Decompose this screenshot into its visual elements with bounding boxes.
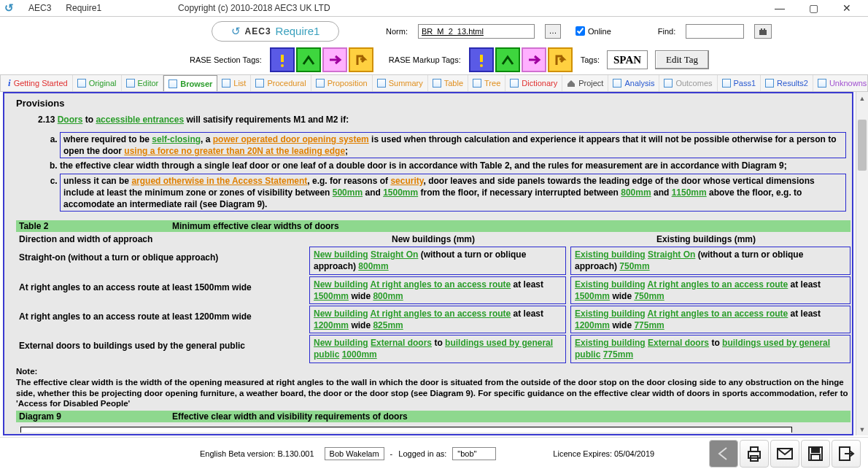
- tags-current-value[interactable]: SPAN: [607, 50, 648, 69]
- tab-outcomes[interactable]: Outcomes: [659, 75, 717, 91]
- link-approach[interactable]: Straight On: [371, 249, 418, 260]
- link-approach[interactable]: Straight On: [648, 249, 695, 260]
- document-icon: [222, 79, 230, 88]
- tab-analysis[interactable]: Analysis: [608, 75, 659, 91]
- link-clear-width[interactable]: 800mm: [358, 261, 388, 271]
- link-building-type[interactable]: New building: [314, 249, 368, 260]
- close-button[interactable]: ✕: [830, 0, 864, 16]
- link-clear-width[interactable]: 1000mm: [342, 349, 377, 360]
- scroll-up-arrow[interactable]: ▲: [856, 92, 868, 104]
- link-building-type[interactable]: New building: [314, 309, 368, 319]
- online-checkbox-input[interactable]: [576, 26, 585, 36]
- tab-dictionary[interactable]: Dictionary: [505, 75, 562, 91]
- link-argued-access-statement[interactable]: argued otherwise in the Access Statement: [131, 176, 307, 186]
- link-clear-width[interactable]: 775mm: [634, 320, 664, 330]
- link-building-type[interactable]: New building: [314, 279, 368, 290]
- minimize-button[interactable]: —: [763, 0, 797, 16]
- document-icon: [765, 79, 774, 88]
- document-icon: [818, 79, 826, 88]
- tab-getting-started[interactable]: iGetting Started: [4, 75, 73, 91]
- sb-print-button[interactable]: [740, 440, 769, 468]
- tab-proposition[interactable]: Proposition: [311, 75, 373, 91]
- online-checkbox[interactable]: Online: [576, 26, 611, 36]
- norm-label: Norm:: [386, 27, 408, 36]
- tab-project[interactable]: Project: [562, 75, 608, 91]
- tab-original[interactable]: Original: [73, 75, 122, 91]
- author-box: Bob Wakelam: [325, 447, 384, 460]
- link-route-width[interactable]: 1500mm: [314, 291, 349, 301]
- scroll-down-arrow[interactable]: ▼: [856, 423, 868, 435]
- edit-tag-button[interactable]: Edit Tag: [655, 50, 709, 69]
- norm-browse-button[interactable]: …: [545, 24, 561, 39]
- link-security[interactable]: security: [390, 176, 423, 186]
- sb-mail-button[interactable]: [770, 440, 799, 468]
- link-1500mm[interactable]: 1500mm: [383, 187, 418, 198]
- markup-tag-exception-button[interactable]: [548, 47, 573, 72]
- tab-browser[interactable]: Browser: [163, 75, 217, 91]
- markup-tag-requirement-button[interactable]: [469, 47, 494, 72]
- link-500mm[interactable]: 500mm: [333, 187, 363, 198]
- tab-procedural[interactable]: Procedural: [251, 75, 311, 91]
- link-clear-width[interactable]: 750mm: [634, 291, 664, 301]
- note-body: The effective clear width is the width o…: [16, 377, 850, 410]
- tab-editor[interactable]: Editor: [122, 75, 164, 91]
- link-approach[interactable]: At right angles to an access route: [371, 279, 511, 290]
- link-self-closing[interactable]: self-closing: [152, 134, 201, 144]
- link-route-width[interactable]: 1200mm: [575, 320, 610, 330]
- find-button[interactable]: [754, 24, 772, 39]
- maximize-button[interactable]: ▢: [797, 0, 830, 16]
- tab-table[interactable]: Table: [428, 75, 468, 91]
- link-accessible-entrances[interactable]: accessible entrances: [96, 115, 184, 125]
- tab-label: List: [233, 79, 246, 88]
- document-icon: [168, 80, 177, 88]
- link-building-type[interactable]: Existing building: [575, 338, 646, 348]
- link-doors[interactable]: Doors: [58, 115, 83, 125]
- tab-unknowns[interactable]: Unknowns: [813, 75, 868, 91]
- link-approach[interactable]: At right angles to an access route: [648, 309, 788, 319]
- link-1150mm[interactable]: 1150mm: [672, 187, 707, 198]
- link-force-20n[interactable]: using a force no greater than 20N at the…: [124, 146, 345, 156]
- sb-export-button[interactable]: [832, 440, 861, 468]
- section-tag-application-button[interactable]: [296, 47, 321, 72]
- section-tag-requirement-button[interactable]: [270, 47, 295, 72]
- link-clear-width[interactable]: 750mm: [619, 261, 649, 271]
- link-approach[interactable]: External doors: [371, 338, 432, 348]
- link-approach[interactable]: At right angles to an access route: [371, 309, 511, 319]
- link-building-type[interactable]: Existing building: [575, 279, 646, 290]
- find-input[interactable]: [686, 24, 744, 39]
- link-800mm[interactable]: 800mm: [621, 187, 651, 198]
- link-clear-width[interactable]: 775mm: [603, 349, 633, 360]
- section-tag-selection-button[interactable]: [322, 47, 347, 72]
- sb-save-button[interactable]: [801, 440, 830, 468]
- section-tag-exception-button[interactable]: [349, 47, 373, 72]
- table-cell-existing: Existing building At right angles to an …: [570, 276, 850, 304]
- link-clear-width[interactable]: 800mm: [373, 291, 403, 301]
- logo-require1: Require1: [276, 25, 320, 37]
- link-building-type[interactable]: Existing building: [575, 309, 646, 319]
- link-route-width[interactable]: 1200mm: [314, 320, 349, 330]
- link-approach[interactable]: External doors: [648, 338, 709, 348]
- tab-list[interactable]: List: [217, 75, 251, 91]
- document-icon: [377, 79, 386, 88]
- link-route-width[interactable]: 1500mm: [575, 291, 610, 301]
- link-building-type[interactable]: New building: [314, 338, 368, 348]
- markup-tag-selection-button[interactable]: [522, 47, 546, 72]
- norm-input[interactable]: [418, 24, 535, 39]
- sb-back-button[interactable]: [709, 440, 738, 468]
- link-approach[interactable]: At right angles to an access route: [648, 279, 788, 290]
- link-power-operated[interactable]: power operated door opening system: [213, 134, 369, 144]
- licence-text: Licence Expires: 05/04/2019: [553, 449, 654, 458]
- table2-col-headers: Direction and width of approach New buil…: [16, 233, 850, 245]
- tab-summary[interactable]: Summary: [373, 75, 428, 91]
- rase-markup-label: RASE Markup Tags:: [389, 55, 461, 64]
- scroll-thumb[interactable]: [858, 120, 867, 171]
- link-clear-width[interactable]: 825mm: [373, 320, 403, 330]
- markup-tag-application-button[interactable]: [495, 47, 520, 72]
- document-icon: [722, 79, 731, 88]
- tab-pass1[interactable]: Pass1: [718, 75, 762, 91]
- table-row-desc: At right angles to an access route at le…: [16, 306, 305, 333]
- vertical-scrollbar[interactable]: ▲ ▼: [856, 92, 868, 435]
- tab-tree[interactable]: Tree: [468, 75, 505, 91]
- tab-results2[interactable]: Results2: [761, 75, 813, 91]
- link-building-type[interactable]: Existing building: [575, 249, 646, 260]
